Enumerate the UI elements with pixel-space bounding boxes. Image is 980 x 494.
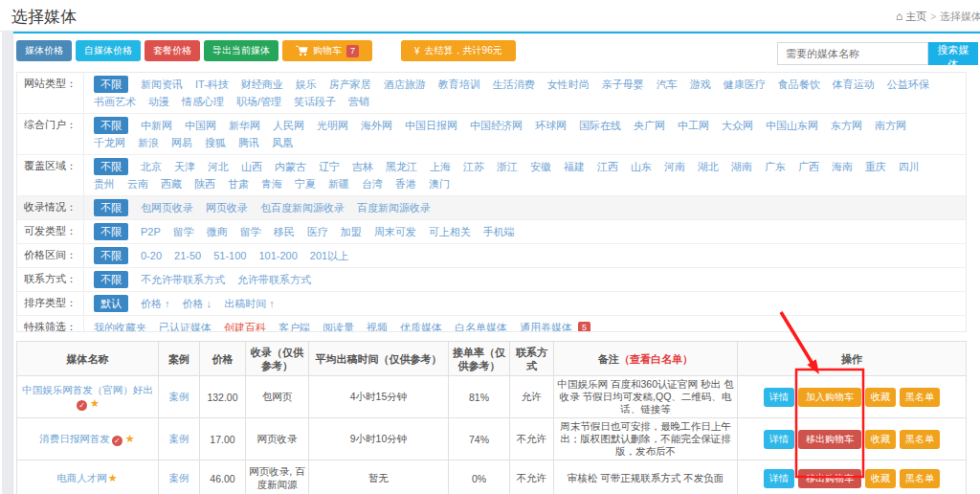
filter-option[interactable]: 游戏 [690, 76, 711, 93]
filter-option[interactable]: 河南 [664, 158, 685, 175]
export-current-media-button[interactable]: 导出当前媒体 [204, 40, 278, 61]
filter-option[interactable]: 青海 [261, 175, 282, 192]
filter-option-selected[interactable]: 不限 [94, 117, 128, 134]
filter-option[interactable]: 山西 [241, 158, 262, 175]
favorite-button[interactable]: 收藏 [865, 430, 896, 449]
filter-option[interactable]: 教育培训 [438, 76, 480, 93]
favorite-button[interactable]: 收藏 [865, 469, 896, 488]
star-icon[interactable]: ★ [125, 433, 135, 444]
filter-option[interactable]: 云南 [127, 175, 148, 192]
filter-option[interactable]: 南方网 [875, 117, 906, 134]
filter-option[interactable]: 湖南 [731, 158, 752, 175]
self-media-price-button[interactable]: 自媒体价格 [76, 40, 141, 61]
filter-option[interactable]: 国际在线 [579, 117, 621, 134]
filter-option[interactable]: 百度新闻源收录 [357, 199, 431, 216]
filter-option[interactable]: 广东 [765, 158, 786, 175]
package-price-button[interactable]: 套餐价格 [145, 40, 200, 61]
filter-option-selected[interactable]: 不限 [94, 199, 128, 216]
filter-option[interactable]: 辽宁 [319, 158, 340, 175]
filter-option[interactable]: 房产家居 [329, 76, 371, 93]
filter-option[interactable]: 食品餐饮 [778, 76, 820, 93]
filter-option[interactable]: 千龙网 [94, 134, 125, 151]
filter-option[interactable]: 客户端 [278, 319, 310, 332]
filter-option[interactable]: 四川 [899, 158, 920, 175]
filter-option[interactable]: 健康医疗 [724, 76, 766, 93]
filter-option[interactable]: 中国山东网 [766, 117, 818, 134]
detail-button[interactable]: 详情 [764, 469, 794, 488]
filter-option[interactable]: 上海 [430, 158, 451, 175]
filter-option[interactable]: 阅读量 [323, 319, 354, 332]
search-input[interactable] [777, 42, 928, 65]
filter-option[interactable]: 移民 [274, 223, 295, 240]
favorite-button[interactable]: 收藏 [865, 388, 896, 407]
filter-option[interactable]: 职场/管理 [236, 93, 281, 110]
filter-option[interactable]: 大众网 [722, 117, 753, 134]
filter-option[interactable]: 江西 [597, 158, 618, 175]
filter-option[interactable]: 动漫 [148, 93, 169, 110]
filter-option[interactable]: 内蒙古 [275, 158, 306, 175]
filter-option[interactable]: 江苏 [463, 158, 484, 175]
filter-option[interactable]: 体育运动 [833, 76, 875, 93]
filter-option-selected[interactable]: 不限 [94, 158, 128, 175]
filter-option[interactable]: 北京 [141, 158, 162, 175]
filter-option[interactable]: 中工网 [678, 117, 709, 134]
blacklist-button[interactable]: 黑名单 [900, 469, 940, 488]
filter-option[interactable]: 酒店旅游 [384, 76, 426, 93]
filter-option[interactable]: 网易 [171, 134, 192, 151]
filter-option[interactable]: 0-20 [141, 247, 162, 264]
whitelist-link[interactable]: （查看白名单） [619, 353, 693, 365]
filter-option[interactable]: 出稿时间 ↑ [224, 295, 275, 312]
filter-option[interactable]: 海南 [832, 158, 853, 175]
filter-option[interactable]: 我的收藏夹 [94, 319, 146, 332]
filter-option-selected[interactable]: 不限 [94, 76, 128, 93]
filter-option[interactable]: 重庆 [865, 158, 886, 175]
filter-option[interactable]: 视频 [367, 319, 388, 332]
cart-toggle-button[interactable]: 加入购物车 [798, 388, 861, 407]
filter-option[interactable]: 生活消费 [493, 76, 535, 93]
filter-option[interactable]: 亲子母婴 [602, 76, 644, 93]
filter-option[interactable]: 51-100 [213, 247, 246, 264]
star-icon[interactable]: ★ [90, 397, 100, 409]
filter-option[interactable]: 周末可发 [374, 223, 416, 240]
filter-option[interactable]: 搜狐 [205, 134, 226, 151]
filter-option[interactable]: 优质媒体 [400, 319, 442, 332]
filter-option[interactable]: 21-50 [174, 247, 201, 264]
filter-option[interactable]: 女性时尚 [547, 76, 590, 93]
filter-option[interactable]: 山东 [631, 158, 652, 175]
filter-option[interactable]: 凤凰 [272, 134, 293, 151]
star-icon[interactable]: ★ [108, 472, 118, 483]
filter-option[interactable]: 安徽 [530, 158, 551, 175]
filter-option[interactable]: 央广网 [634, 117, 665, 134]
filter-option[interactable]: 腾讯 [238, 134, 259, 151]
media-price-button[interactable]: 媒体价格 [16, 40, 72, 61]
filter-option[interactable]: 微商 [207, 223, 228, 240]
filter-option[interactable]: 台湾 [362, 175, 383, 192]
case-link[interactable]: 案例 [169, 391, 189, 402]
filter-option[interactable]: 包网页收录 [141, 199, 193, 216]
filter-option[interactable]: 价格 ↑ [141, 295, 170, 312]
filter-option[interactable]: 湖北 [698, 158, 719, 175]
filter-option[interactable]: 中国经济网 [470, 117, 523, 134]
filter-option[interactable]: 广西 [798, 158, 819, 175]
detail-button[interactable]: 详情 [764, 388, 794, 407]
filter-option[interactable]: 网页收录 [206, 199, 248, 216]
filter-option[interactable]: 澳门 [429, 175, 450, 192]
filter-option[interactable]: 中国日报网 [405, 117, 457, 134]
filter-option[interactable]: 已认证媒体 [159, 319, 212, 332]
filter-option[interactable]: 甘肃 [228, 175, 249, 192]
filter-option[interactable]: 贵州 [94, 175, 115, 192]
filter-option[interactable]: 情感心理 [182, 93, 224, 110]
filter-option-selected[interactable]: 不限 [94, 271, 128, 288]
media-name-link[interactable]: 中国娱乐网首发（官网）好出 [22, 384, 153, 395]
case-link[interactable]: 案例 [169, 472, 189, 483]
filter-option[interactable]: 福建 [564, 158, 585, 175]
filter-option[interactable]: 白名单媒体 [455, 319, 507, 332]
filter-option[interactable]: 可上相关 [429, 223, 471, 240]
filter-option[interactable]: 新闻资讯 [141, 76, 183, 93]
filter-option[interactable]: 101-200 [258, 247, 297, 264]
filter-option[interactable]: 不允许带联系方式 [141, 271, 225, 288]
filter-option[interactable]: 中新网 [141, 117, 172, 134]
filter-option[interactable]: 笑话段子 [294, 93, 336, 110]
blacklist-button[interactable]: 黑名单 [900, 430, 940, 449]
filter-option[interactable]: 加盟 [341, 223, 362, 240]
